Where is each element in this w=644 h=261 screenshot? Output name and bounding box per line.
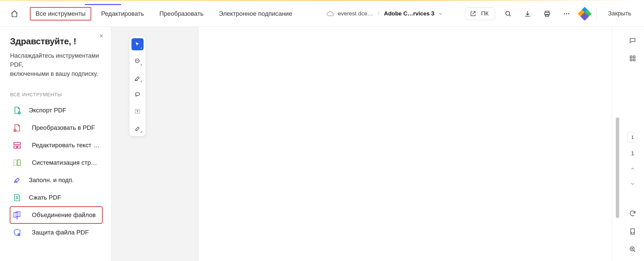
tab-label: Электронное подписание [219,10,292,17]
tab-esign[interactable]: Электронное подписание [214,7,298,20]
avatar[interactable] [580,9,590,19]
tab-convert[interactable]: Преобразовать [154,7,209,20]
tool-export-pdf[interactable]: Экспорт PDF [10,102,102,119]
vertical-toolbar [129,36,146,136]
tool-fill-sign[interactable]: Заполн. и подп. [10,172,102,189]
main-toolbar: Все инструменты Редактировать Преобразов… [0,1,644,27]
compress-icon [13,193,21,202]
svg-rect-23 [633,59,635,61]
grid-icon [629,55,636,62]
svg-rect-13 [17,160,20,165]
rail-thumbnails-button[interactable] [627,53,638,63]
more-button[interactable] [560,7,573,20]
divider [596,8,597,20]
organize-icon [13,158,21,167]
download-button[interactable] [521,7,534,20]
page-up-button[interactable] [629,165,637,172]
tool-edit-text-image[interactable]: Редактировать текст и изо… [10,137,102,154]
page-down-button[interactable] [629,180,637,187]
rail-page-fit-button[interactable] [627,226,638,236]
tool-convert-to-pdf[interactable]: Преобразовать в PDF [10,119,102,136]
tool-list: Экспорт PDF Преобразовать в PDF Редактир… [10,102,102,241]
page-fit-icon [629,228,636,235]
section-label: ВСЕ ИНСТРУМЕНТЫ [10,92,102,97]
chevron-up-icon [630,166,635,171]
svg-rect-20 [630,56,632,58]
tool-label: Сжать PDF [29,194,61,201]
cursor-icon [135,41,141,47]
svg-rect-11 [17,146,20,148]
cloud-name[interactable]: everest dce… [338,10,373,17]
display-mode-label: ПК [481,10,489,17]
svg-rect-3 [545,14,548,16]
tab-edit[interactable]: Редактировать [96,7,149,20]
tool-compress-pdf[interactable]: Сжать PDF [10,189,102,206]
page-indicator[interactable]: 1 [627,132,638,142]
home-button[interactable] [8,7,21,20]
tab-label: Преобразовать [159,10,203,17]
combine-icon [13,211,21,219]
tool-label: Преобразовать в PDF [29,124,95,132]
tool-label: Редактировать текст и изо… [29,142,100,149]
tool-label: Защита файла PDF [29,229,89,236]
tool-select[interactable] [131,38,144,50]
svg-point-0 [505,11,509,15]
svg-point-18 [135,93,140,95]
tool-text-box[interactable] [131,105,144,117]
tool-draw-freeform[interactable] [131,89,144,101]
tool-label: Систематизация страниц [29,159,100,166]
tool-organize-pages[interactable]: Систематизация страниц [10,154,102,171]
page-current: 1 [631,134,634,140]
tool-label: Заполн. и подп. [29,176,74,184]
sidebar-close-button[interactable] [97,32,106,40]
tool-label: Экспорт PDF [29,107,66,114]
scrollbar-gutter[interactable] [612,27,621,261]
chevron-down-icon [630,181,635,187]
tab-label: Редактировать [101,10,144,17]
breadcrumb: everest dce… / Adobe C…rvices 3 [326,10,443,18]
print-icon [543,10,551,17]
breadcrumb-separator: / [376,10,381,17]
search-button[interactable] [502,7,515,20]
right-rail: 1 1 [621,27,644,261]
chevron-down-icon[interactable] [438,11,443,16]
search-icon [504,10,512,17]
greeting-subtitle-1: Наслаждайтесь инструментами PDF, [10,51,102,69]
rail-zoom-button[interactable] [627,245,638,254]
greeting-subtitle-2: включенными в вашу подписку. [10,69,102,79]
tab-label: Все инструменты [36,10,86,17]
close-label: Закрыть [608,10,631,17]
more-horizontal-icon [563,10,570,17]
greeting-title: Здравствуйте, ! [10,36,102,47]
print-button[interactable] [541,7,553,20]
display-mode-button[interactable]: ПК [465,7,495,20]
comment-icon [134,58,141,64]
convert-pdf-icon [13,123,21,132]
document-title[interactable]: Adobe C…rvices 3 [384,10,434,17]
fill-sign-icon [13,176,21,185]
rail-rotate-button[interactable] [627,209,638,218]
text-box-icon [134,108,141,115]
svg-rect-24 [631,229,635,234]
tool-highlight[interactable] [131,72,144,84]
edit-text-icon [13,141,21,150]
vertical-toolbar-area [111,27,199,261]
close-button[interactable]: Закрыть [603,7,636,20]
open-external-icon [470,11,476,17]
page-total: 1 [631,150,634,157]
lasso-icon [134,91,141,98]
tool-combine-files[interactable]: Объединение файлов [10,207,102,223]
tool-protect-pdf[interactable]: Защита файла PDF [10,224,102,241]
svg-rect-21 [633,56,635,58]
zoom-in-icon [629,246,636,253]
download-icon [524,10,531,17]
rail-comments-button[interactable] [627,36,638,45]
export-pdf-icon [13,106,21,115]
protect-icon [13,228,21,237]
pencil-icon [134,74,141,81]
scrollbar-thumb[interactable] [616,117,619,218]
document-canvas[interactable] [199,27,612,261]
tool-comment[interactable] [131,55,144,67]
tab-all-tools[interactable]: Все инструменты [30,7,91,20]
tool-eraser[interactable] [131,122,144,134]
